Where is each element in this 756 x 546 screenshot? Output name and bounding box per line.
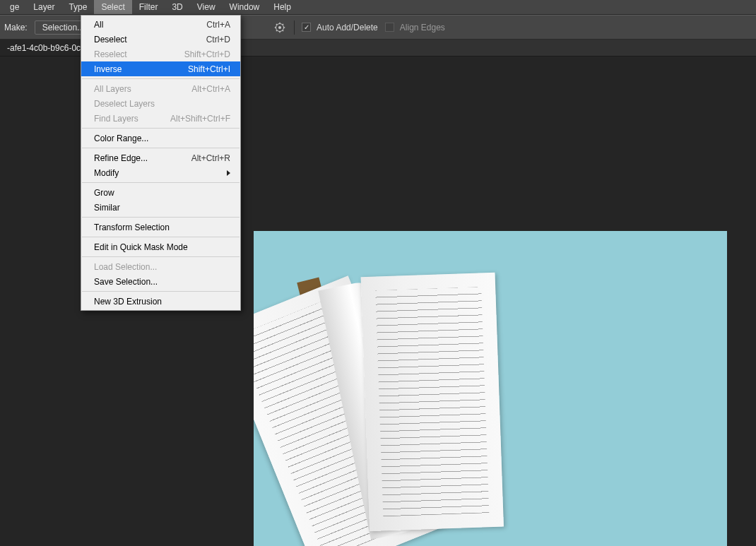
- menu-row-label: Grow: [94, 188, 230, 198]
- menu-row-label: Deselect: [94, 35, 206, 44]
- auto-add-delete-option[interactable]: Auto Add/Delete: [302, 23, 378, 32]
- menu-separator: [82, 217, 240, 218]
- menu-item-type[interactable]: Type: [61, 0, 94, 14]
- menu-row-label: Inverse: [94, 64, 188, 74]
- menu-reselect: Reselect Shift+Ctrl+D: [81, 47, 240, 61]
- menu-row-label: Deselect Layers: [94, 99, 230, 109]
- menu-row-label: All Layers: [94, 84, 191, 94]
- menu-row-accel: Ctrl+D: [206, 35, 230, 44]
- menu-transform-selection[interactable]: Transform Selection: [81, 220, 240, 235]
- select-menu-dropdown: All Ctrl+A Deselect Ctrl+D Reselect Shif…: [81, 15, 241, 311]
- menu-separator: [82, 256, 240, 257]
- svg-line-6: [276, 23, 277, 24]
- menu-quick-mask[interactable]: Edit in Quick Mask Mode: [81, 239, 240, 254]
- menu-label: ge: [10, 2, 19, 12]
- menu-all-layers: All Layers Alt+Ctrl+A: [81, 81, 240, 96]
- align-edges-option[interactable]: Align Edges: [385, 23, 445, 32]
- menu-grow[interactable]: Grow: [81, 185, 240, 200]
- menu-save-selection[interactable]: Save Selection...: [81, 274, 240, 289]
- menu-row-label: Refine Edge...: [94, 153, 191, 163]
- menu-row-label: All: [94, 20, 206, 30]
- menu-find-layers: Find Layers Alt+Shift+Ctrl+F: [81, 111, 240, 126]
- document-tab-label: -afe1-4c0b-b9c6-0c50: [7, 43, 90, 53]
- menu-item-help[interactable]: Help: [266, 0, 298, 14]
- menu-color-range[interactable]: Color Range...: [81, 131, 240, 146]
- menu-item-window[interactable]: Window: [223, 0, 267, 14]
- auto-add-delete-label: Auto Add/Delete: [317, 23, 378, 32]
- svg-line-8: [276, 30, 277, 30]
- svg-line-7: [283, 30, 283, 30]
- menu-row-label: Load Selection...: [94, 262, 230, 272]
- make-label: Make:: [4, 23, 28, 32]
- separator: [294, 20, 295, 35]
- document-canvas[interactable]: [254, 231, 727, 546]
- menu-item-select[interactable]: Select: [94, 0, 131, 14]
- menu-separator: [82, 148, 240, 148]
- menu-row-accel: Alt+Ctrl+R: [191, 153, 230, 163]
- menu-label: Layer: [33, 2, 54, 12]
- selection-button-label: Selection...: [42, 23, 84, 32]
- menu-row-label: Edit in Quick Mask Mode: [94, 242, 230, 252]
- menu-row-accel: Shift+Ctrl+I: [188, 64, 230, 74]
- menu-label: Type: [69, 2, 87, 12]
- menu-row-label: Color Range...: [94, 133, 230, 143]
- auto-add-delete-checkbox[interactable]: [302, 23, 311, 32]
- menu-label: View: [197, 2, 215, 12]
- menu-load-selection: Load Selection...: [81, 259, 240, 274]
- menu-label: Select: [101, 2, 124, 12]
- svg-line-9: [283, 23, 283, 24]
- menu-item-filter[interactable]: Filter: [132, 0, 165, 14]
- menu-item-3d[interactable]: 3D: [165, 0, 189, 14]
- menu-separator: [82, 78, 240, 79]
- menu-row-accel: Alt+Ctrl+A: [191, 84, 230, 94]
- menu-row-label: Find Layers: [94, 114, 170, 124]
- menubar: ge Layer Type Select Filter 3D View Wind…: [0, 0, 756, 15]
- menu-row-label: Similar: [94, 203, 230, 213]
- menu-row-label: Save Selection...: [94, 277, 230, 287]
- menu-item-view[interactable]: View: [190, 0, 223, 14]
- menu-row-accel: Alt+Shift+Ctrl+F: [170, 114, 230, 124]
- menu-separator: [82, 128, 240, 129]
- menu-separator: [82, 291, 240, 292]
- menu-inverse[interactable]: Inverse Shift+Ctrl+I: [81, 61, 240, 76]
- menu-label: 3D: [172, 2, 182, 12]
- menu-separator: [82, 182, 240, 183]
- menu-item-image-partial[interactable]: ge: [3, 0, 26, 14]
- align-edges-label: Align Edges: [400, 23, 445, 32]
- menu-row-accel: Shift+Ctrl+D: [184, 49, 230, 59]
- menu-separator: [82, 237, 240, 237]
- svg-point-1: [278, 26, 281, 29]
- menu-similar[interactable]: Similar: [81, 200, 240, 215]
- menu-row-label: Modify: [94, 168, 223, 178]
- menu-all[interactable]: All Ctrl+A: [81, 17, 240, 32]
- menu-row-label: Reselect: [94, 49, 184, 59]
- align-edges-checkbox[interactable]: [385, 23, 394, 32]
- menu-item-layer[interactable]: Layer: [26, 0, 61, 14]
- menu-row-label: Transform Selection: [94, 222, 230, 232]
- menu-new-3d-extrusion[interactable]: New 3D Extrusion: [81, 294, 240, 309]
- gear-icon[interactable]: [273, 20, 287, 35]
- menu-refine-edge[interactable]: Refine Edge... Alt+Ctrl+R: [81, 150, 240, 165]
- page-text: [375, 287, 489, 516]
- chevron-right-icon: [227, 170, 230, 176]
- book-image: [254, 238, 547, 546]
- book-right-page: [361, 273, 504, 531]
- menu-row-accel: Ctrl+A: [206, 20, 230, 30]
- menu-label: Window: [230, 2, 260, 12]
- menu-label: Filter: [139, 2, 158, 12]
- menu-label: Help: [273, 2, 291, 12]
- menu-row-label: New 3D Extrusion: [94, 297, 230, 307]
- menu-modify[interactable]: Modify: [81, 165, 240, 180]
- menu-deselect-layers: Deselect Layers: [81, 96, 240, 111]
- menu-deselect[interactable]: Deselect Ctrl+D: [81, 32, 240, 47]
